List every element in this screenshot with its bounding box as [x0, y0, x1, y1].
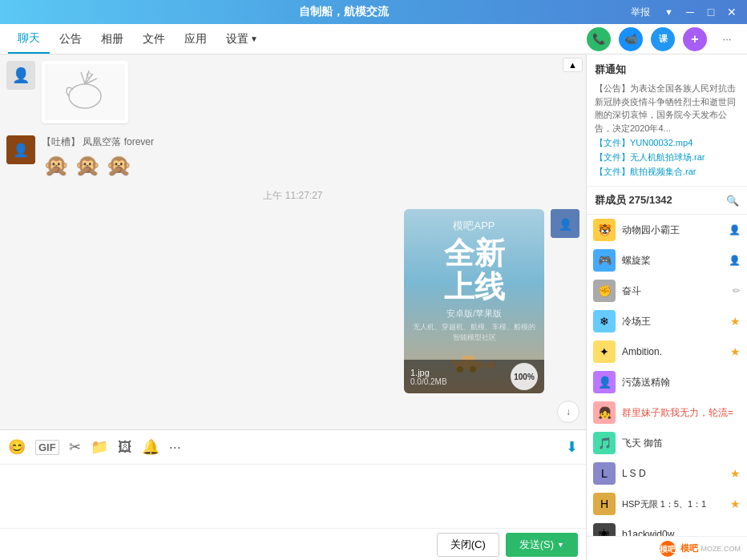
- member-name: 污荡送精翰: [622, 376, 741, 389]
- member-item[interactable]: 🎮 螺旋桨 👤: [587, 245, 747, 276]
- member-item[interactable]: 🕷 b1ackwid0w: [587, 519, 747, 536]
- member-avatar: 🎵: [593, 432, 616, 454]
- member-avatar: 👧: [593, 401, 616, 424]
- member-avatar: L: [593, 462, 616, 485]
- member-list: 🐯 动物园小霸王 👤 🎮 螺旋桨 👤 ✊ 奋斗 ✏ ❄ 冷场王 ★ ✦: [587, 215, 747, 536]
- gif-button[interactable]: GIF: [35, 440, 59, 455]
- platform-text: 安卓版/苹果版: [413, 308, 535, 320]
- group-notice: 群通知 【公告】为表达全国各族人民对抗击新冠肺炎疫情斗争牺牲烈士和逝世同胞的深切…: [587, 54, 747, 187]
- file-item-3[interactable]: 【文件】航拍视频集合.rar: [595, 166, 739, 178]
- member-name: 群里妹子欺我无力，轮流=: [622, 406, 741, 420]
- msg-row-emojis: 👤 【吐槽】 凤凰空落 forever 🙊 🙊 🙊: [6, 135, 579, 179]
- nav-settings[interactable]: 设置 ▼: [216, 26, 268, 53]
- app-big-text: 全新 上线: [413, 237, 535, 304]
- class-button[interactable]: 课: [651, 27, 675, 51]
- image-message[interactable]: 模吧APP 全新 上线 安卓版/苹果版 无人机、穿越机、航模、车模、船模的智能模…: [404, 209, 544, 393]
- video-button[interactable]: 📹: [619, 27, 643, 51]
- member-item[interactable]: ❄ 冷场王 ★: [587, 306, 747, 336]
- scroll-down-button[interactable]: ↓: [557, 401, 579, 423]
- right-panel: 群通知 【公告】为表达全国各族人民对抗击新冠肺炎疫情斗争牺牲烈士和逝世同胞的深切…: [587, 54, 747, 560]
- msg-row-image: 👤 模吧APP 全新 上线 安卓版/: [6, 209, 579, 393]
- plus-icon: +: [691, 32, 698, 46]
- member-name: L S D: [622, 468, 724, 479]
- navbar: 聊天 公告 相册 文件 应用 设置 ▼ 📞 📹 课 + ···: [0, 24, 747, 54]
- member-avatar: ✊: [593, 280, 616, 302]
- member-avatar: 👤: [593, 371, 616, 393]
- progress-circle: 100%: [511, 363, 538, 390]
- avatar-right: 👤: [551, 209, 579, 238]
- msg-content-emojis: 【吐槽】 凤凰空落 forever 🙊 🙊 🙊: [42, 135, 154, 179]
- msg-bubble-sketch: [42, 61, 128, 123]
- messages-wrapper: ▲ 👤: [0, 54, 586, 429]
- add-button[interactable]: +: [683, 27, 707, 51]
- member-item[interactable]: 🎵 飞天 御笛: [587, 428, 747, 458]
- nav-chat[interactable]: 聊天: [8, 25, 50, 54]
- member-avatar: H: [593, 493, 616, 515]
- phone-button[interactable]: 📞: [587, 27, 611, 51]
- nav-album[interactable]: 相册: [91, 26, 133, 53]
- file-item-1[interactable]: 【文件】YUN00032.mp4: [595, 137, 739, 149]
- svg-text:👤: 👤: [12, 66, 30, 84]
- svg-text:👤: 👤: [559, 218, 573, 232]
- member-name: HSP无限 1：5、1：1: [622, 498, 724, 510]
- titlebar-controls: 举报 ▼ ─ □ ✕: [631, 6, 739, 19]
- file-item-2[interactable]: 【文件】无人机航拍球场.rar: [595, 151, 739, 163]
- msg-bubble-emoji: 🙊 🙊 🙊: [42, 151, 133, 179]
- member-avatar: 🕷: [593, 523, 616, 536]
- scissors-button[interactable]: ✂: [69, 438, 81, 456]
- timestamp: 上午 11:27:27: [6, 189, 579, 203]
- notice-title: 群通知: [595, 62, 739, 77]
- file-info: 1.jpg 0.0/0.2MB: [410, 368, 447, 386]
- member-item[interactable]: ✊ 奋斗 ✏: [587, 276, 747, 306]
- nav-notice[interactable]: 公告: [50, 26, 91, 53]
- send-button[interactable]: 发送(S) ▼: [506, 533, 578, 557]
- member-name: 飞天 御笛: [622, 437, 741, 450]
- member-item[interactable]: 👤 污荡送精翰: [587, 367, 747, 397]
- member-name: 冷场王: [622, 315, 724, 328]
- member-badge-pencil: ✏: [733, 285, 741, 296]
- member-item[interactable]: H HSP无限 1：5、1：1 ★: [587, 489, 747, 519]
- scroll-to-bottom-button[interactable]: ⬇: [566, 438, 578, 456]
- image-button[interactable]: 🖼: [118, 439, 132, 456]
- close-button[interactable]: ✕: [725, 6, 739, 18]
- member-badge-person: 👤: [729, 255, 741, 266]
- logo-sub: MOZE.COM: [701, 545, 741, 553]
- member-avatar: ✦: [593, 340, 616, 363]
- bell-button[interactable]: 🔔: [142, 438, 159, 456]
- nav-right: 📞 📹 课 + ···: [587, 27, 739, 51]
- chevron-down-icon[interactable]: ▼: [664, 7, 673, 17]
- more-toolbar-button[interactable]: ···: [169, 439, 181, 456]
- phone-icon: 📞: [592, 33, 605, 45]
- svg-rect-2: [45, 64, 125, 120]
- class-label: 课: [659, 33, 668, 45]
- member-item[interactable]: 👧 群里妹子欺我无力，轮流=: [587, 397, 747, 428]
- members-search-button[interactable]: 🔍: [726, 195, 739, 207]
- member-name: 奋斗: [622, 284, 726, 298]
- scroll-up-indicator[interactable]: ▲: [563, 58, 583, 72]
- member-item[interactable]: L L S D ★: [587, 458, 747, 489]
- video-icon: 📹: [624, 33, 637, 45]
- nav-apps[interactable]: 应用: [175, 26, 216, 53]
- maximize-button[interactable]: □: [704, 6, 718, 18]
- report-link[interactable]: 举报: [631, 6, 650, 19]
- nav-file[interactable]: 文件: [133, 26, 175, 53]
- file-size: 0.0/0.2MB: [410, 377, 447, 386]
- minimize-button[interactable]: ─: [683, 6, 697, 18]
- member-name: b1ackwid0w: [622, 529, 741, 536]
- folder-button[interactable]: 📁: [91, 438, 108, 456]
- bottom-buttons: 关闭(C) 发送(S) ▼: [0, 528, 586, 560]
- member-badge-star: ★: [730, 467, 741, 480]
- member-item[interactable]: 🐯 动物园小霸王 👤: [587, 215, 747, 245]
- image-footer: 1.jpg 0.0/0.2MB 100%: [404, 360, 544, 393]
- more-button[interactable]: ···: [715, 27, 739, 51]
- emoji-button[interactable]: 😊: [8, 438, 26, 456]
- member-avatar: ❄: [593, 310, 616, 332]
- logo-icon: 模吧: [658, 539, 677, 558]
- msg-content-image[interactable]: 模吧APP 全新 上线 安卓版/苹果版 无人机、穿越机、航模、车模、船模的智能模…: [404, 209, 544, 393]
- avatar: 👤: [6, 61, 35, 90]
- member-item[interactable]: ✦ Ambition. ★: [587, 336, 747, 367]
- member-name: 螺旋桨: [622, 254, 722, 268]
- close-chat-button[interactable]: 关闭(C): [437, 533, 499, 557]
- messages-list: 👤: [0, 54, 586, 429]
- message-input[interactable]: [6, 471, 579, 519]
